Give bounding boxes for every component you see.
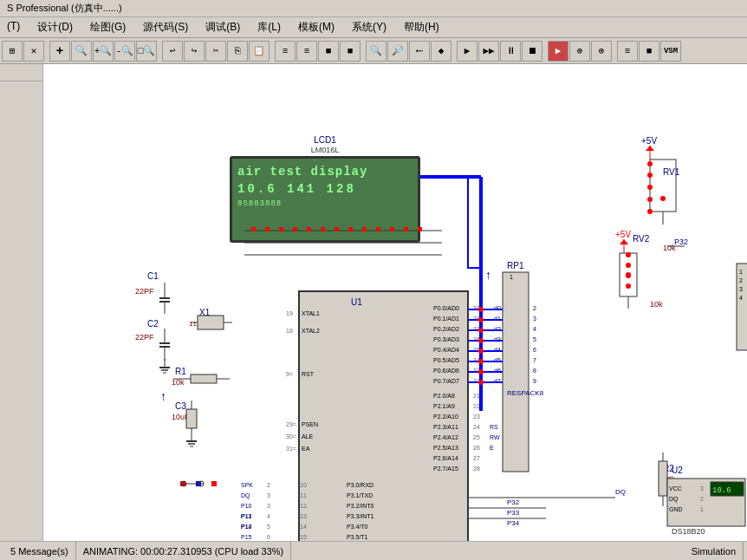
- p33-connector: P33: [507, 509, 520, 517]
- pin19: 19: [286, 310, 293, 316]
- pin22: 22: [473, 403, 480, 409]
- u1-p2-a8: P2.0/A8: [433, 393, 455, 399]
- tb-search[interactable]: 🔍: [366, 41, 386, 62]
- tb-extra3[interactable]: ⊕: [591, 41, 612, 62]
- p3-pin5: 5: [267, 524, 270, 530]
- lcd-pin-led8: [348, 227, 353, 231]
- menu-design[interactable]: 设计(D): [34, 19, 76, 36]
- tb-sim1[interactable]: ▶: [457, 41, 477, 62]
- menu-debug[interactable]: 调试(B): [202, 19, 244, 36]
- spk-label: SPK: [241, 482, 253, 488]
- c3-symbol: [186, 409, 197, 428]
- p3-pin2: 3: [267, 492, 270, 498]
- tb-arrow[interactable]: ⟵: [409, 41, 430, 62]
- u2-pin1: VCC: [669, 485, 682, 492]
- menu-t[interactable]: (T): [3, 19, 23, 36]
- tb-redo[interactable]: ↪: [184, 41, 205, 62]
- menu-help[interactable]: 帮助(H): [400, 19, 443, 36]
- tb-add[interactable]: +: [49, 41, 70, 62]
- title-bar: S Professional (仿真中......): [0, 0, 747, 17]
- tb-close[interactable]: ✕: [23, 41, 44, 62]
- status-messages: 5 Message(s): [3, 542, 76, 560]
- sidebar: [0, 64, 43, 553]
- pin24: 24: [473, 424, 480, 430]
- tb-zoom-area[interactable]: □🔍: [136, 41, 157, 62]
- junction-5: [478, 348, 484, 354]
- pin11: 11: [300, 492, 307, 498]
- u2-pnum3: 1: [700, 506, 704, 512]
- tb-cut[interactable]: ✂: [205, 41, 226, 62]
- indicator-3: [211, 481, 217, 486]
- tb-block[interactable]: ■: [318, 41, 339, 62]
- u1-p0-ad4: P0.4/AD4: [433, 347, 459, 353]
- tb-undo[interactable]: ↩: [162, 41, 183, 62]
- pin18: 18: [286, 328, 293, 334]
- respack-label: RESPACK8: [507, 389, 544, 397]
- tb-paste[interactable]: 📋: [249, 41, 270, 62]
- tb-vsm[interactable]: VSM: [660, 41, 681, 62]
- tb-align-left[interactable]: ≡: [275, 41, 296, 62]
- tb-zoom-out[interactable]: -🔍: [114, 41, 135, 62]
- lcd-pin-led6: [321, 227, 325, 231]
- tb-prop[interactable]: ≡: [617, 41, 638, 62]
- u1-p3-int0: P3.2/INT0: [347, 503, 374, 509]
- tb-new[interactable]: ⊞: [2, 41, 23, 62]
- pin10: 10: [300, 482, 307, 488]
- menubar: (T) 设计(D) 绘图(G) 源代码(S) 调试(B) 库(L) 模板(M) …: [0, 17, 747, 38]
- pin27: 27: [473, 455, 480, 461]
- pin9: 9=: [286, 371, 293, 377]
- menu-draw[interactable]: 绘图(G): [87, 19, 129, 36]
- tb-search2[interactable]: 🔎: [387, 41, 408, 62]
- c1-label: C1: [147, 271, 159, 281]
- schematic-svg: +5V RV1 +5V RV2 10k 10k P32 U5: [43, 64, 747, 553]
- tb-zoom-fit[interactable]: 🔍: [71, 41, 92, 62]
- tb-copy[interactable]: ⎘: [227, 41, 248, 62]
- dq-right-label: DQ: [615, 488, 626, 496]
- r2-symbol: [659, 461, 667, 496]
- u1-p0-ad7: P0.7/AD7: [433, 378, 459, 384]
- d5r: 7: [533, 357, 536, 363]
- power-arrow-up: ↑: [485, 268, 491, 282]
- tb-extra2[interactable]: ⊕: [569, 41, 590, 62]
- menu-source[interactable]: 源代码(S): [140, 19, 192, 36]
- rv1-dot2: [647, 173, 653, 178]
- u1-p0-ad1: P0.1/AD1: [433, 316, 459, 322]
- tb-prop2[interactable]: ■: [639, 41, 659, 62]
- tb-extra1[interactable]: ▶: [548, 41, 568, 62]
- u1-p0-ad6: P0.6/AD6: [433, 368, 459, 374]
- u2-pnum1: 3: [700, 485, 704, 492]
- u1-xtal2: XTAL2: [302, 328, 320, 334]
- tb-marker[interactable]: ◆: [431, 41, 451, 62]
- rv2-dot1: [626, 252, 631, 257]
- u1-p2-a9: P2.1/A9: [433, 403, 455, 409]
- menu-template[interactable]: 模板(M): [295, 19, 338, 36]
- tb-sim4[interactable]: ⏹: [522, 41, 542, 62]
- junction-4: [478, 338, 484, 343]
- tb-sim2[interactable]: ▶▶: [478, 41, 499, 62]
- lcd-pin-led3: [279, 227, 283, 231]
- dq-label: DQ: [241, 492, 250, 499]
- tb-zoom-in[interactable]: +🔍: [93, 41, 114, 62]
- c3-label: C3: [175, 401, 186, 411]
- junction-3: [478, 328, 484, 333]
- p15-label: P15: [241, 534, 252, 540]
- rv1-dot4: [647, 197, 653, 202]
- rv1-label: RV1: [663, 167, 680, 177]
- u2-pnum2: 2: [700, 496, 704, 502]
- tb-block2[interactable]: ■: [340, 41, 361, 62]
- junction-6: [478, 359, 484, 364]
- pin12: 12: [300, 503, 307, 509]
- rs-label: RS: [490, 424, 498, 430]
- tb-sim3[interactable]: ⏸: [500, 41, 521, 62]
- rv2-dot2: [626, 263, 631, 268]
- pin15: 15: [300, 534, 307, 540]
- schematic-canvas[interactable]: LCD1 LM016L air test display 10.6 141 12…: [43, 64, 747, 553]
- menu-lib[interactable]: 库(L): [254, 19, 284, 36]
- rv2-val2: 10k: [650, 300, 663, 309]
- pin26: 26: [473, 445, 480, 451]
- p3-left1: P10: [241, 503, 252, 509]
- menu-system[interactable]: 系统(Y): [348, 19, 390, 36]
- ground-arrow: ↑: [160, 389, 166, 403]
- e-label: E: [490, 445, 494, 451]
- tb-align-right[interactable]: ≡: [296, 41, 317, 62]
